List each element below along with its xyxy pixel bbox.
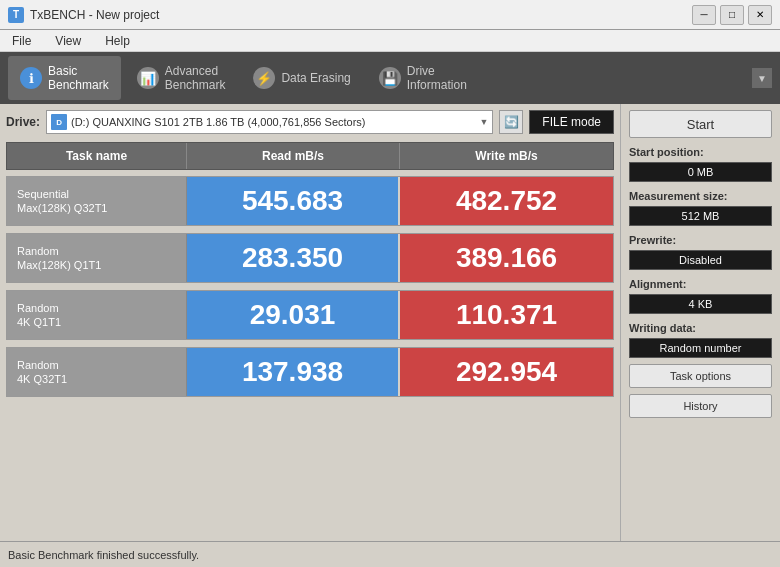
- col-write: Write mB/s: [400, 143, 613, 169]
- start-position-value: 0 MB: [629, 162, 772, 182]
- tab-advanced-label-1: Advanced: [165, 64, 226, 78]
- row-label-0: Sequential Max(128K) Q32T1: [7, 177, 187, 225]
- col-task-name: Task name: [7, 143, 187, 169]
- table-row: Sequential Max(128K) Q32T1 545.683 482.7…: [6, 176, 614, 226]
- row-label-3: Random 4K Q32T1: [7, 348, 187, 396]
- writing-data-label: Writing data:: [629, 322, 772, 334]
- tab-basic-benchmark[interactable]: ℹ Basic Benchmark: [8, 56, 121, 100]
- task-options-button[interactable]: Task options: [629, 364, 772, 388]
- drive-label: Drive:: [6, 115, 40, 129]
- title-bar-left: T TxBENCH - New project: [8, 7, 159, 23]
- drive-refresh-button[interactable]: 🔄: [499, 110, 523, 134]
- menu-view[interactable]: View: [49, 32, 87, 50]
- menu-bar: File View Help: [0, 30, 780, 52]
- tab-basic-label-1: Basic: [48, 64, 109, 78]
- drive-type-icon: D: [51, 114, 67, 130]
- measurement-size-value: 512 MB: [629, 206, 772, 226]
- tab-basic-label-2: Benchmark: [48, 78, 109, 92]
- info-icon: ℹ: [20, 67, 42, 89]
- read-value-0: 545.683: [187, 177, 400, 225]
- close-button[interactable]: ✕: [748, 5, 772, 25]
- table-row: Random 4K Q32T1 137.938 292.954: [6, 347, 614, 397]
- drive-row: Drive: D (D:) QUANXING S101 2TB 1.86 TB …: [6, 110, 614, 134]
- drive-icon: 💾: [379, 67, 401, 89]
- tab-advanced-label-2: Benchmark: [165, 78, 226, 92]
- history-button[interactable]: History: [629, 394, 772, 418]
- start-position-label: Start position:: [629, 146, 772, 158]
- prewrite-label: Prewrite:: [629, 234, 772, 246]
- alignment-value: 4 KB: [629, 294, 772, 314]
- write-value-1: 389.166: [400, 234, 613, 282]
- title-bar: T TxBENCH - New project ─ □ ✕: [0, 0, 780, 30]
- write-value-0: 482.752: [400, 177, 613, 225]
- write-value-3: 292.954: [400, 348, 613, 396]
- table-header: Task name Read mB/s Write mB/s: [6, 142, 614, 170]
- left-panel: Drive: D (D:) QUANXING S101 2TB 1.86 TB …: [0, 104, 620, 541]
- status-bar: Basic Benchmark finished successfully.: [0, 541, 780, 567]
- right-panel: Start Start position: 0 MB Measurement s…: [620, 104, 780, 541]
- read-value-3: 137.938: [187, 348, 400, 396]
- measurement-size-label: Measurement size:: [629, 190, 772, 202]
- row-label-2: Random 4K Q1T1: [7, 291, 187, 339]
- chart-icon: 📊: [137, 67, 159, 89]
- menu-file[interactable]: File: [6, 32, 37, 50]
- toolbar: ℹ Basic Benchmark 📊 Advanced Benchmark ⚡…: [0, 52, 780, 104]
- window-controls[interactable]: ─ □ ✕: [692, 5, 772, 25]
- file-mode-button[interactable]: FILE mode: [529, 110, 614, 134]
- start-button[interactable]: Start: [629, 110, 772, 138]
- table-row: Random Max(128K) Q1T1 283.350 389.166: [6, 233, 614, 283]
- read-value-1: 283.350: [187, 234, 400, 282]
- write-value-2: 110.371: [400, 291, 613, 339]
- drive-value: (D:) QUANXING S101 2TB 1.86 TB (4,000,76…: [71, 116, 475, 128]
- drive-select-arrow: ▼: [479, 117, 488, 127]
- drive-select[interactable]: D (D:) QUANXING S101 2TB 1.86 TB (4,000,…: [46, 110, 493, 134]
- tab-erasing-label-1: Data Erasing: [281, 71, 350, 85]
- writing-data-value: Random number: [629, 338, 772, 358]
- tab-drive-label-2: Information: [407, 78, 467, 92]
- tab-advanced-benchmark[interactable]: 📊 Advanced Benchmark: [125, 56, 238, 100]
- window-title: TxBENCH - New project: [30, 8, 159, 22]
- erasing-icon: ⚡: [253, 67, 275, 89]
- main-content: Drive: D (D:) QUANXING S101 2TB 1.86 TB …: [0, 104, 780, 541]
- maximize-button[interactable]: □: [720, 5, 744, 25]
- alignment-label: Alignment:: [629, 278, 772, 290]
- menu-help[interactable]: Help: [99, 32, 136, 50]
- tab-drive-information[interactable]: 💾 Drive Information: [367, 56, 479, 100]
- read-value-2: 29.031: [187, 291, 400, 339]
- tab-drive-label-1: Drive: [407, 64, 467, 78]
- app-icon: T: [8, 7, 24, 23]
- col-read: Read mB/s: [187, 143, 400, 169]
- toolbar-dropdown[interactable]: ▼: [752, 68, 772, 88]
- tab-data-erasing[interactable]: ⚡ Data Erasing: [241, 56, 362, 100]
- table-row: Random 4K Q1T1 29.031 110.371: [6, 290, 614, 340]
- status-message: Basic Benchmark finished successfully.: [8, 549, 199, 561]
- prewrite-value: Disabled: [629, 250, 772, 270]
- minimize-button[interactable]: ─: [692, 5, 716, 25]
- row-label-1: Random Max(128K) Q1T1: [7, 234, 187, 282]
